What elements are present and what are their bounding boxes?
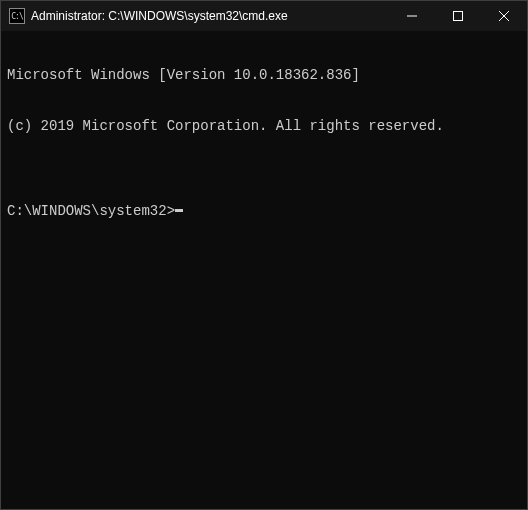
window-title: Administrator: C:\WINDOWS\system32\cmd.e… xyxy=(31,9,389,23)
terminal-prompt: C:\WINDOWS\system32> xyxy=(7,203,175,220)
maximize-button[interactable] xyxy=(435,1,481,31)
cursor-icon xyxy=(175,209,183,212)
terminal-output-line: Microsoft Windows [Version 10.0.18362.83… xyxy=(7,67,521,84)
minimize-button[interactable] xyxy=(389,1,435,31)
svg-rect-1 xyxy=(454,12,463,21)
close-icon xyxy=(499,11,509,21)
maximize-icon xyxy=(453,11,463,21)
terminal-area[interactable]: Microsoft Windows [Version 10.0.18362.83… xyxy=(1,31,527,509)
titlebar[interactable]: C:\ Administrator: C:\WINDOWS\system32\c… xyxy=(1,1,527,31)
terminal-prompt-line: C:\WINDOWS\system32> xyxy=(7,203,521,220)
cmd-window: C:\ Administrator: C:\WINDOWS\system32\c… xyxy=(0,0,528,510)
close-button[interactable] xyxy=(481,1,527,31)
minimize-icon xyxy=(407,11,417,21)
cmd-icon: C:\ xyxy=(9,8,25,24)
terminal-output-line: (c) 2019 Microsoft Corporation. All righ… xyxy=(7,118,521,135)
window-controls xyxy=(389,1,527,31)
